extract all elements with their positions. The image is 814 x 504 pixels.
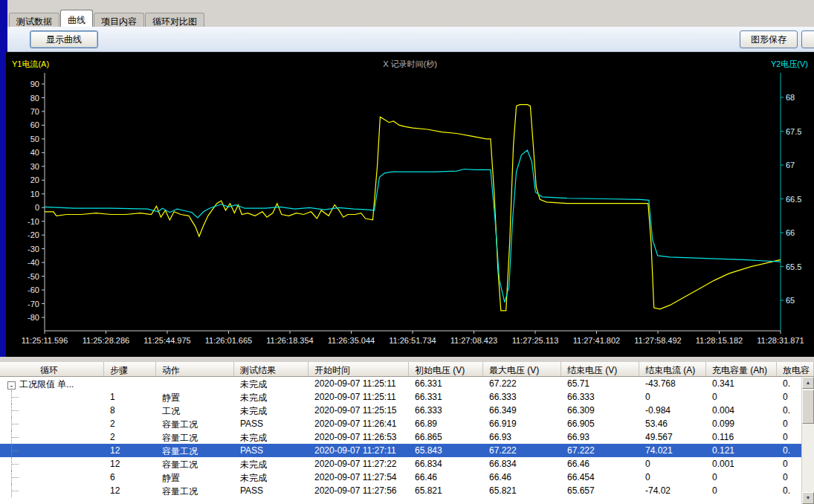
scroll-thumb[interactable]: [802, 390, 814, 424]
svg-text:60: 60: [30, 120, 39, 129]
table-vertical-scrollbar[interactable]: ▲ ▼: [801, 377, 814, 504]
table-row[interactable]: 12容量工况PASS2020-09-07 11:27:1165.84367.22…: [0, 444, 814, 457]
svg-text:11:28:15.182: 11:28:15.182: [696, 336, 743, 345]
tab-test-data[interactable]: 测试数据: [9, 13, 59, 27]
column-header[interactable]: 步骤: [104, 362, 156, 376]
table-cell: 0.099: [706, 417, 777, 430]
table-cell: 66.865: [409, 430, 483, 444]
svg-text:-50: -50: [28, 272, 39, 281]
table-cell: 2020-09-07 11:25:11: [309, 377, 409, 390]
table-cell: 2020-09-07 11:27:54: [309, 471, 409, 484]
table-cell: [0, 430, 104, 444]
svg-text:50: 50: [30, 135, 39, 143]
table-cell: 66.331: [409, 377, 483, 390]
table-cell: 2020-09-07 11:25:11: [309, 390, 409, 404]
table-cell: 2020-09-07 11:26:41: [309, 417, 409, 430]
table-row[interactable]: 2容量工况PASS2020-09-07 11:26:4166.8966.9196…: [0, 417, 814, 430]
table-cell: 未完成: [234, 457, 309, 471]
table-cell: 8: [104, 404, 156, 417]
svg-text:-40: -40: [28, 258, 39, 267]
svg-text:-80: -80: [28, 313, 39, 322]
table-cell: [0, 457, 104, 471]
tree-branch: [11, 397, 19, 398]
column-header[interactable]: 充电容量 (Ah): [706, 362, 777, 376]
tab-bar: 测试数据曲线项目内容循环对比图: [7, 10, 814, 27]
column-header[interactable]: 最大电压 (V): [483, 362, 561, 376]
table-cell: 66.89: [409, 417, 483, 430]
svg-text:11:25:44.975: 11:25:44.975: [143, 336, 190, 345]
table-cell: 0.341: [706, 377, 777, 390]
table-cell: PASS: [234, 484, 309, 497]
table-cell: 2: [104, 430, 156, 444]
svg-text:11:26:35.044: 11:26:35.044: [328, 336, 375, 345]
column-header[interactable]: 结束电压 (V): [561, 362, 639, 376]
table-cell: 静置: [156, 390, 234, 404]
svg-text:10: 10: [30, 190, 39, 198]
window-top-strip: [7, 0, 814, 10]
svg-text:-60: -60: [28, 285, 39, 294]
column-header[interactable]: 动作: [156, 362, 234, 376]
svg-text:X 记录时间(秒): X 记录时间(秒): [383, 59, 437, 68]
table-cell: 67.222: [561, 444, 639, 457]
toolbar: 显示曲线 图形保存 曲: [7, 27, 814, 52]
table-cell: 66.333: [561, 390, 639, 404]
svg-text:11:26:51.734: 11:26:51.734: [389, 336, 436, 345]
tab-project-content[interactable]: 项目内容: [94, 13, 144, 27]
table-row[interactable]: 1静置未完成2020-09-07 11:25:1166.33166.33366.…: [0, 390, 814, 404]
svg-text:20: 20: [30, 175, 39, 184]
table-cell: 66.46: [483, 471, 561, 484]
table-cell: 0: [706, 390, 777, 404]
panel-divider: [0, 357, 814, 362]
table-cell: [104, 377, 156, 390]
save-curve-button[interactable]: 曲: [801, 30, 814, 48]
svg-text:-10: -10: [28, 217, 39, 226]
tree-collapse-icon[interactable]: -: [7, 381, 16, 390]
table-cell: 0.004: [706, 404, 777, 417]
table-row[interactable]: 8工况未完成2020-09-07 11:25:1566.33366.34966.…: [0, 404, 814, 417]
column-header[interactable]: 初始电压 (V): [409, 362, 483, 376]
chart-svg: Y1电流(A)X 记录时间(秒)Y2电压(V)90807060504030201…: [6, 52, 814, 357]
column-header[interactable]: 开始时间: [309, 362, 409, 376]
table-cell: 66.46: [561, 457, 639, 471]
table-row[interactable]: 12容量工况PASS2020-09-07 11:27:5665.82165.82…: [0, 484, 814, 497]
table-cell: [0, 444, 104, 457]
svg-text:67: 67: [786, 161, 795, 169]
show-curve-button[interactable]: 显示曲线: [30, 30, 98, 48]
column-header[interactable]: 放电容: [777, 362, 814, 376]
table-cell: 未完成: [234, 404, 309, 417]
table-row[interactable]: 12容量工况未完成2020-09-07 11:27:2266.83466.834…: [0, 457, 814, 471]
table-row[interactable]: 2容量工况未完成2020-09-07 11:26:5366.86566.9366…: [0, 430, 814, 444]
table-cell: -0.984: [639, 404, 706, 417]
table-cell: 容量工况: [156, 430, 234, 444]
tab-curve[interactable]: 曲线: [60, 10, 93, 27]
tab-cycle-compare[interactable]: 循环对比图: [145, 13, 204, 27]
table-cell: 66.905: [561, 417, 639, 430]
tree-branch: [11, 410, 19, 411]
table-cell: 未完成: [234, 390, 309, 404]
svg-text:-70: -70: [28, 300, 39, 308]
column-header[interactable]: 结束电流 (A): [639, 362, 706, 376]
table-cell: -74.02: [639, 484, 706, 497]
tree-node-label: 工况限值 单...: [19, 379, 74, 390]
table-cell: 66.46: [409, 471, 483, 484]
table-cell: 0: [706, 471, 777, 484]
table-cell: 2020-09-07 11:26:53: [309, 430, 409, 444]
table-cell: 12: [104, 444, 156, 457]
table-cell: 0.001: [706, 457, 777, 471]
column-header[interactable]: 循环: [0, 362, 104, 376]
table-cell: -工况限值 单...: [0, 377, 104, 390]
scroll-down-icon[interactable]: ▼: [802, 492, 814, 504]
table-cell: 2020-09-07 11:27:11: [309, 444, 409, 457]
table-row[interactable]: 6静置未完成2020-09-07 11:27:5466.4666.4666.45…: [0, 471, 814, 484]
column-header[interactable]: 测试结果: [234, 362, 309, 376]
scroll-up-icon[interactable]: ▲: [802, 377, 814, 389]
table-cell: 66.834: [483, 457, 561, 471]
svg-text:0: 0: [35, 203, 39, 212]
tree-branch: [11, 477, 19, 478]
table-row[interactable]: -工况限值 单...未完成2020-09-07 11:25:1166.33167…: [0, 377, 814, 390]
svg-text:65: 65: [786, 296, 795, 305]
save-graphic-button[interactable]: 图形保存: [740, 30, 798, 48]
table-cell: 66.349: [483, 404, 561, 417]
table-cell: 0: [639, 457, 706, 471]
table-cell: 65.843: [409, 444, 483, 457]
